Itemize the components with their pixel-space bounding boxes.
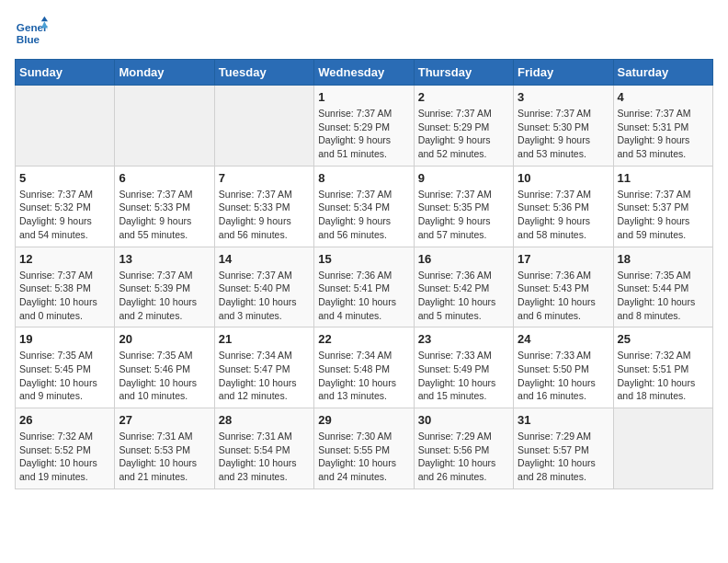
day-info: Sunrise: 7:37 AM Sunset: 5:30 PM Dayligh… — [518, 107, 609, 161]
day-header-friday: Friday — [514, 60, 613, 86]
logo-icon: General Blue — [15, 15, 48, 48]
calendar-table: SundayMondayTuesdayWednesdayThursdayFrid… — [15, 59, 713, 489]
day-info: Sunrise: 7:35 AM Sunset: 5:45 PM Dayligh… — [19, 349, 110, 403]
day-cell: 28Sunrise: 7:31 AM Sunset: 5:54 PM Dayli… — [214, 408, 313, 489]
day-number: 2 — [418, 90, 509, 104]
day-number: 10 — [518, 171, 609, 185]
day-info: Sunrise: 7:35 AM Sunset: 5:46 PM Dayligh… — [119, 349, 210, 403]
day-info: Sunrise: 7:37 AM Sunset: 5:35 PM Dayligh… — [418, 188, 509, 242]
day-number: 28 — [219, 413, 310, 427]
day-info: Sunrise: 7:31 AM Sunset: 5:54 PM Dayligh… — [219, 430, 310, 484]
day-info: Sunrise: 7:36 AM Sunset: 5:43 PM Dayligh… — [518, 269, 609, 323]
day-number: 23 — [418, 332, 509, 346]
day-cell: 26Sunrise: 7:32 AM Sunset: 5:52 PM Dayli… — [16, 408, 115, 489]
svg-text:Blue: Blue — [17, 33, 40, 45]
day-header-tuesday: Tuesday — [214, 60, 313, 86]
day-cell: 31Sunrise: 7:29 AM Sunset: 5:57 PM Dayli… — [514, 408, 613, 489]
day-info: Sunrise: 7:31 AM Sunset: 5:53 PM Dayligh… — [119, 430, 210, 484]
day-info: Sunrise: 7:32 AM Sunset: 5:51 PM Dayligh… — [618, 349, 709, 403]
day-info: Sunrise: 7:37 AM Sunset: 5:36 PM Dayligh… — [518, 188, 609, 242]
days-header-row: SundayMondayTuesdayWednesdayThursdayFrid… — [16, 60, 713, 86]
day-number: 20 — [119, 332, 210, 346]
day-number: 8 — [318, 171, 409, 185]
day-cell — [214, 86, 313, 167]
day-cell: 30Sunrise: 7:29 AM Sunset: 5:56 PM Dayli… — [414, 408, 513, 489]
day-number: 25 — [618, 332, 709, 346]
day-number: 24 — [518, 332, 609, 346]
day-number: 1 — [318, 90, 409, 104]
day-number: 21 — [219, 332, 310, 346]
day-info: Sunrise: 7:34 AM Sunset: 5:48 PM Dayligh… — [318, 349, 409, 403]
day-number: 13 — [119, 252, 210, 266]
day-info: Sunrise: 7:37 AM Sunset: 5:38 PM Dayligh… — [19, 269, 110, 323]
day-info: Sunrise: 7:37 AM Sunset: 5:29 PM Dayligh… — [418, 107, 509, 161]
day-cell: 7Sunrise: 7:37 AM Sunset: 5:33 PM Daylig… — [214, 166, 313, 247]
day-info: Sunrise: 7:37 AM Sunset: 5:32 PM Dayligh… — [19, 188, 110, 242]
day-cell: 6Sunrise: 7:37 AM Sunset: 5:33 PM Daylig… — [115, 166, 214, 247]
day-info: Sunrise: 7:32 AM Sunset: 5:52 PM Dayligh… — [19, 430, 110, 484]
day-cell — [115, 86, 214, 167]
day-cell: 5Sunrise: 7:37 AM Sunset: 5:32 PM Daylig… — [16, 166, 115, 247]
day-info: Sunrise: 7:33 AM Sunset: 5:50 PM Dayligh… — [518, 349, 609, 403]
day-number: 3 — [518, 90, 609, 104]
day-info: Sunrise: 7:29 AM Sunset: 5:57 PM Dayligh… — [518, 430, 609, 484]
day-cell: 18Sunrise: 7:35 AM Sunset: 5:44 PM Dayli… — [613, 247, 712, 327]
day-cell: 2Sunrise: 7:37 AM Sunset: 5:29 PM Daylig… — [414, 86, 513, 167]
day-info: Sunrise: 7:36 AM Sunset: 5:41 PM Dayligh… — [318, 269, 409, 323]
day-number: 26 — [19, 413, 110, 427]
day-cell: 9Sunrise: 7:37 AM Sunset: 5:35 PM Daylig… — [414, 166, 513, 247]
day-info: Sunrise: 7:29 AM Sunset: 5:56 PM Dayligh… — [418, 430, 509, 484]
day-number: 17 — [518, 252, 609, 266]
day-cell: 12Sunrise: 7:37 AM Sunset: 5:38 PM Dayli… — [16, 247, 115, 327]
day-cell: 25Sunrise: 7:32 AM Sunset: 5:51 PM Dayli… — [613, 327, 712, 408]
day-cell: 8Sunrise: 7:37 AM Sunset: 5:34 PM Daylig… — [314, 166, 414, 247]
day-info: Sunrise: 7:35 AM Sunset: 5:44 PM Dayligh… — [618, 269, 709, 323]
logo: General Blue — [15, 15, 48, 48]
week-row-4: 19Sunrise: 7:35 AM Sunset: 5:45 PM Dayli… — [16, 327, 713, 408]
day-info: Sunrise: 7:37 AM Sunset: 5:29 PM Dayligh… — [318, 107, 409, 161]
day-cell: 27Sunrise: 7:31 AM Sunset: 5:53 PM Dayli… — [115, 408, 214, 489]
day-cell: 29Sunrise: 7:30 AM Sunset: 5:55 PM Dayli… — [314, 408, 414, 489]
day-cell: 4Sunrise: 7:37 AM Sunset: 5:31 PM Daylig… — [613, 86, 712, 167]
day-cell: 10Sunrise: 7:37 AM Sunset: 5:36 PM Dayli… — [514, 166, 613, 247]
day-number: 9 — [418, 171, 509, 185]
day-cell: 20Sunrise: 7:35 AM Sunset: 5:46 PM Dayli… — [115, 327, 214, 408]
day-cell: 11Sunrise: 7:37 AM Sunset: 5:37 PM Dayli… — [613, 166, 712, 247]
week-row-5: 26Sunrise: 7:32 AM Sunset: 5:52 PM Dayli… — [16, 408, 713, 489]
day-header-saturday: Saturday — [613, 60, 712, 86]
day-number: 6 — [119, 171, 210, 185]
day-info: Sunrise: 7:33 AM Sunset: 5:49 PM Dayligh… — [418, 349, 509, 403]
day-cell: 13Sunrise: 7:37 AM Sunset: 5:39 PM Dayli… — [115, 247, 214, 327]
day-number: 11 — [618, 171, 709, 185]
day-number: 4 — [618, 90, 709, 104]
week-row-3: 12Sunrise: 7:37 AM Sunset: 5:38 PM Dayli… — [16, 247, 713, 327]
day-number: 19 — [19, 332, 110, 346]
day-number: 16 — [418, 252, 509, 266]
day-number: 14 — [219, 252, 310, 266]
day-cell — [16, 86, 115, 167]
day-info: Sunrise: 7:37 AM Sunset: 5:33 PM Dayligh… — [119, 188, 210, 242]
day-cell: 15Sunrise: 7:36 AM Sunset: 5:41 PM Dayli… — [314, 247, 414, 327]
day-number: 27 — [119, 413, 210, 427]
day-info: Sunrise: 7:37 AM Sunset: 5:33 PM Dayligh… — [219, 188, 310, 242]
day-cell: 1Sunrise: 7:37 AM Sunset: 5:29 PM Daylig… — [314, 86, 414, 167]
day-number: 18 — [618, 252, 709, 266]
day-info: Sunrise: 7:37 AM Sunset: 5:37 PM Dayligh… — [618, 188, 709, 242]
day-cell: 3Sunrise: 7:37 AM Sunset: 5:30 PM Daylig… — [514, 86, 613, 167]
day-cell: 22Sunrise: 7:34 AM Sunset: 5:48 PM Dayli… — [314, 327, 414, 408]
day-cell — [613, 408, 712, 489]
day-cell: 17Sunrise: 7:36 AM Sunset: 5:43 PM Dayli… — [514, 247, 613, 327]
day-number: 29 — [318, 413, 409, 427]
day-info: Sunrise: 7:37 AM Sunset: 5:31 PM Dayligh… — [618, 107, 709, 161]
day-number: 31 — [518, 413, 609, 427]
day-cell: 19Sunrise: 7:35 AM Sunset: 5:45 PM Dayli… — [16, 327, 115, 408]
day-cell: 21Sunrise: 7:34 AM Sunset: 5:47 PM Dayli… — [214, 327, 313, 408]
day-number: 12 — [19, 252, 110, 266]
svg-marker-2 — [41, 17, 48, 21]
day-header-monday: Monday — [115, 60, 214, 86]
day-info: Sunrise: 7:36 AM Sunset: 5:42 PM Dayligh… — [418, 269, 509, 323]
day-header-sunday: Sunday — [16, 60, 115, 86]
page-header: General Blue — [15, 15, 713, 48]
day-info: Sunrise: 7:37 AM Sunset: 5:34 PM Dayligh… — [318, 188, 409, 242]
day-header-thursday: Thursday — [414, 60, 513, 86]
